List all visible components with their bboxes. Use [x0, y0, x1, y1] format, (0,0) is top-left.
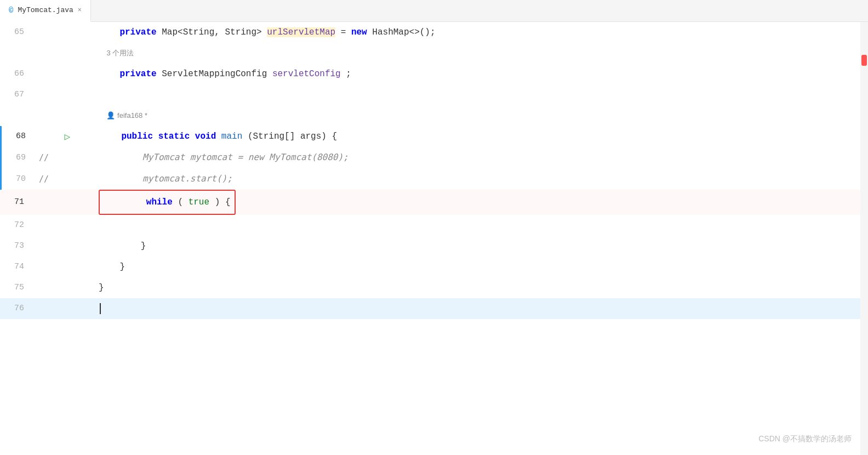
file-tab-icon: ©	[9, 6, 13, 15]
scrollbar-thumb[interactable]	[861, 55, 867, 66]
line-number-75: 75	[0, 277, 33, 298]
line-code-65: private Map<String, String> urlServletMa…	[99, 22, 868, 43]
code-line-68: 68 ▷ public static void main (String[] a…	[0, 126, 868, 147]
code-line-70: 70 // mytomcat.start();	[0, 168, 868, 190]
line-gutter-70: //	[35, 174, 100, 184]
code-line-73: 73 }	[0, 236, 868, 257]
user-hint-text: 👤 feifa168 *	[99, 105, 868, 126]
line-number-71: 71	[0, 192, 33, 213]
line-number-73: 73	[0, 236, 33, 257]
line-number-65: 65	[0, 22, 33, 43]
code-line-71: 71 while ( true ) {	[0, 190, 868, 215]
line-number-69: 69	[2, 147, 35, 168]
line-code-71: while ( true ) {	[99, 190, 868, 215]
code-line-74: 74 }	[0, 257, 868, 277]
scrollbar[interactable]	[860, 22, 868, 455]
line-code-66: private ServletMappingConfig servletConf…	[99, 64, 868, 84]
line-gutter-68[interactable]: ▷	[35, 130, 100, 143]
line-code-73: }	[99, 236, 868, 257]
file-tab[interactable]: © MyTomcat.java ×	[0, 0, 91, 22]
code-line-65: 65 private Map<String, String> urlServle…	[0, 22, 868, 43]
code-line-67: 67	[0, 84, 868, 105]
line-code-70: mytomcat.start();	[100, 168, 868, 190]
line-number-74: 74	[0, 257, 33, 277]
watermark: CSDN @不搞数学的汤老师	[758, 434, 852, 444]
tab-filename: MyTomcat.java	[18, 6, 73, 14]
code-line-72: 72	[0, 215, 868, 236]
ide-window: © MyTomcat.java × 65 private Map<String,…	[0, 0, 868, 455]
code-line-75: 75 }	[0, 277, 868, 298]
line-number-67: 67	[0, 84, 33, 105]
run-button-icon[interactable]: ▷	[65, 130, 71, 143]
code-hint-line: 3 个用法	[0, 43, 868, 64]
line-code-76[interactable]	[99, 298, 868, 319]
line-code-68: public static void main (String[] args) …	[100, 126, 868, 147]
line-code-75: }	[99, 277, 868, 298]
code-line-76: 76	[0, 298, 868, 319]
code-area[interactable]: 65 private Map<String, String> urlServle…	[0, 22, 868, 455]
tab-bar: © MyTomcat.java ×	[0, 0, 868, 22]
hint-text: 3 个用法	[99, 43, 868, 64]
line-number-66: 66	[0, 64, 33, 84]
line-number-76: 76	[0, 298, 33, 319]
line-number-72: 72	[0, 215, 33, 236]
editor-container: 65 private Map<String, String> urlServle…	[0, 22, 868, 455]
line-number-68: 68	[2, 126, 35, 147]
line-code-74: }	[99, 257, 868, 277]
line-number-70: 70	[2, 169, 35, 190]
code-line-69: 69 // MyTomcat mytomcat = new MyTomcat(8…	[0, 147, 868, 168]
line-code-69: MyTomcat mytomcat = new MyTomcat(8080);	[100, 147, 868, 168]
user-hint-line: 👤 feifa168 *	[0, 105, 868, 126]
code-line-66: 66 private ServletMappingConfig servletC…	[0, 64, 868, 84]
close-tab-icon[interactable]: ×	[78, 7, 82, 14]
line-gutter-69: //	[35, 153, 100, 163]
